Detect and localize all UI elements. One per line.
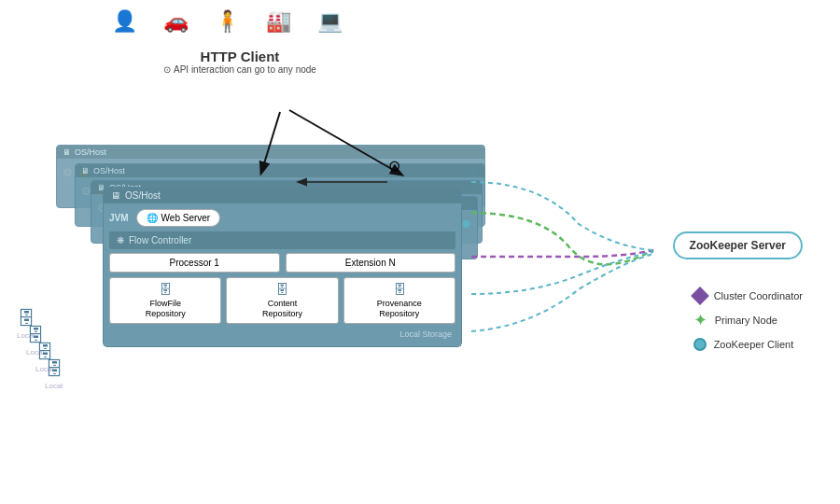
main-node-body: JVM 🌐 Web Server ❋ Flow Controller Proce…	[104, 203, 461, 346]
globe-icon: 🌐	[147, 213, 158, 223]
extension-n-box: Extension N	[286, 253, 456, 273]
legend-primary-node: ✦ Primary Node	[693, 312, 803, 329]
web-server-button: 🌐 Web Server	[136, 209, 221, 227]
flow-icon: ❋	[117, 235, 124, 245]
content-repo-box: 🗄 ContentRepository	[226, 277, 338, 324]
zookeeper-server-bubble: ZooKeeper Server	[673, 231, 803, 259]
repo-row: 🗄 FlowFileRepository 🗄 ContentRepository…	[109, 277, 455, 324]
diagram-container: 👤 🚗 🧍 🏭 💻 HTTP Client ⊙ API interaction …	[0, 0, 840, 504]
zk-client-circle-2: ●	[461, 214, 471, 233]
jvm-label: JVM	[109, 213, 129, 223]
legend: Cluster Coordinator ✦ Primary Node ZooKe…	[693, 289, 803, 360]
node-layer-4-header: 🖥 OS/Host	[76, 164, 484, 177]
db-icon-4: 🗄	[45, 358, 63, 380]
local-label-4: Local	[45, 382, 63, 390]
http-client-section: HTTP Client ⊙ API interaction can go to …	[163, 49, 316, 75]
local-storage-icons-4: 🗄 Local	[45, 358, 63, 390]
car-icon: 🚗	[163, 9, 189, 34]
primary-node-label: Primary Node	[715, 315, 777, 326]
factory-icon: 🏭	[266, 9, 291, 34]
person-icon: 👤	[112, 9, 137, 34]
http-client-title: HTTP Client	[163, 49, 316, 64]
laptop-icon: 💻	[317, 9, 343, 34]
jvm-row: JVM 🌐 Web Server	[109, 209, 455, 227]
person2-icon: 🧍	[215, 9, 240, 34]
main-node-header: 🖥 OS/Host	[104, 188, 461, 203]
radio-icon: ⊙	[163, 64, 171, 75]
legend-zk-client: ZooKeeper Client	[693, 338, 803, 351]
provenance-repo-icon: 🗄	[393, 282, 406, 297]
top-icons: 👤 🚗 🧍 🏭 💻	[112, 9, 343, 34]
coordinator-diamond-legend	[691, 287, 709, 305]
content-repo-icon: 🗄	[275, 282, 288, 297]
zk-client-circle-legend	[693, 338, 707, 351]
local-storage-label: Local Storage	[109, 328, 455, 341]
coordinator-label: Cluster Coordinator	[714, 290, 803, 301]
gear-icon-l5: ⚙	[63, 166, 73, 179]
provenance-repo-box: 🗄 ProvenanceRepository	[343, 277, 455, 324]
processor-1-box: Processor 1	[109, 253, 280, 273]
processor-row: Processor 1 Extension N	[109, 253, 455, 273]
node-layer-5-header: 🖥 OS/Host	[57, 146, 484, 159]
primary-node-star-legend: ✦	[693, 312, 707, 329]
flowfile-repo-box: 🗄 FlowFileRepository	[109, 277, 221, 324]
target-icon: ⊙	[388, 157, 400, 175]
main-node: 🖥 OS/Host JVM 🌐 Web Server ❋ Flow Contro…	[103, 187, 462, 347]
monitor-icon-main: 🖥	[111, 190, 120, 201]
legend-coordinator: Cluster Coordinator	[693, 289, 803, 302]
http-client-subtitle: ⊙ API interaction can go to any node	[163, 64, 316, 75]
zk-client-label: ZooKeeper Client	[714, 339, 794, 350]
flow-controller-row: ❋ Flow Controller	[109, 231, 455, 249]
flowfile-repo-icon: 🗄	[159, 282, 172, 297]
monitor-icon-4: 🖥	[81, 166, 90, 175]
monitor-icon-5: 🖥	[63, 147, 71, 157]
